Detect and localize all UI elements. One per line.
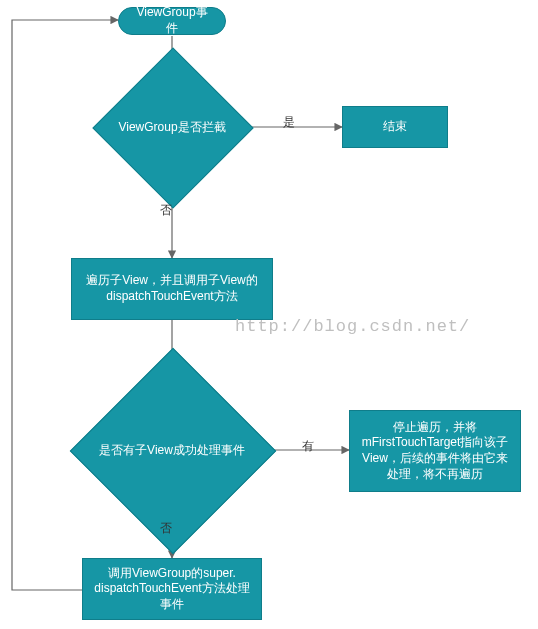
end-node: 结束: [342, 106, 448, 148]
process-super-dispatch-label: 调用ViewGroup的super. dispatchTouchEvent方法处…: [93, 566, 251, 613]
process-super-dispatch: 调用ViewGroup的super. dispatchTouchEvent方法处…: [82, 558, 262, 620]
edge-label-d2-yes: 有: [302, 438, 314, 455]
edge-label-d2-no: 否: [160, 520, 172, 537]
start-node: ViewGroup事件: [118, 7, 226, 35]
end-label: 结束: [383, 119, 407, 135]
edge-label-d1-yes: 是: [283, 114, 295, 131]
decision-intercept-label: ViewGroup是否拦截: [92, 80, 252, 174]
process-stop-traverse: 停止遍历，并将mFirstTouchTarget指向该子View，后续的事件将由…: [349, 410, 521, 492]
start-label: ViewGroup事件: [133, 5, 211, 36]
process-traverse-children: 遍历子View，并且调用子View的dispatchTouchEvent方法: [71, 258, 273, 320]
decision-child-handled-label: 是否有子View成功处理事件: [72, 398, 272, 502]
edge-label-d1-no: 否: [160, 202, 172, 219]
process-stop-traverse-label: 停止遍历，并将mFirstTouchTarget指向该子View，后续的事件将由…: [360, 420, 510, 482]
flowchart-canvas: ViewGroup事件 ViewGroup是否拦截 结束 遍历子View，并且调…: [0, 0, 538, 629]
process-traverse-children-label: 遍历子View，并且调用子View的dispatchTouchEvent方法: [82, 273, 262, 304]
